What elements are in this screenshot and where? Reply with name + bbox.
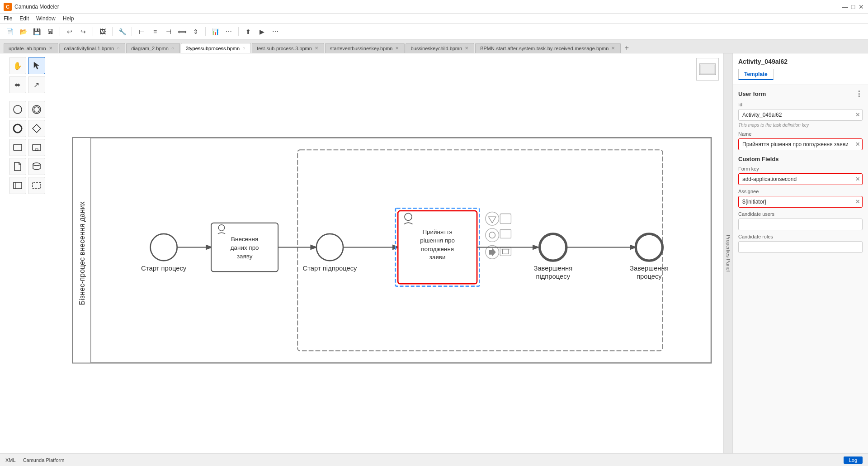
section-header-user-form: User form ⋮ [738,90,863,98]
maximize-button[interactable]: □ [850,4,856,10]
more2-button[interactable]: ⋯ [269,26,281,38]
field-label-name: Name [738,131,863,137]
start-event-tool[interactable] [9,101,26,118]
tab-close-bpmn-start[interactable]: ✕ [610,45,616,51]
redo-button[interactable]: ↪ [77,26,89,38]
group-tool[interactable] [28,177,45,194]
intermediate-event-tool[interactable] [28,101,45,118]
tab-test-sub[interactable]: test-sub-process-3.bpmn ✕ [252,43,324,53]
save-button[interactable]: 💾 [31,26,42,38]
tab-close-update-lab[interactable]: ✕ [48,45,53,51]
cursor-tool[interactable] [28,57,45,74]
align-center-button[interactable]: ≡ [149,26,161,38]
tab-label: update-lab.bpmn [9,46,46,51]
svg-marker-0 [34,62,39,69]
tab-bussines[interactable]: bussineskeychild.bpmn ✕ [406,43,474,53]
app-logo: C [4,3,12,11]
svg-rect-7 [33,144,41,151]
properties-panel: Activity_049al62 Template User form ⋮ Id… [732,53,868,453]
tab-startevent[interactable]: starteventbussineskey.bpmn ✕ [325,43,405,53]
subprocess-tool[interactable] [28,139,45,156]
svg-text:даних про: даних про [231,244,259,251]
app-title: Camunda Modeler [14,4,59,10]
end-event-tool[interactable] [9,120,26,137]
menu-file[interactable]: File [4,15,12,22]
tab-label: diagram_2.bpmn [131,46,169,51]
field-input-wrap-id: ✕ [738,109,863,121]
minimize-button[interactable]: — [842,4,848,10]
field-input-name[interactable] [738,138,863,150]
field-input-id[interactable] [738,109,863,121]
deploy-button[interactable]: ⬆ [242,26,254,38]
distribute-h-button[interactable]: ⟺ [176,26,188,38]
section-title-user-form: User form [738,90,766,97]
field-clear-name[interactable]: ✕ [855,141,860,147]
data-store-tool[interactable] [28,158,45,175]
more-button[interactable]: ⋯ [223,26,235,38]
undo-button[interactable]: ↩ [64,26,75,38]
tab-close-callactivity[interactable]: ○ [116,45,120,51]
toolbar: 📄 📂 💾 🖫 ↩ ↪ 🖼 🔧 ⊢ ≡ ⊣ ⟺ ⇕ 📊 ⋯ ⬆ ▶ ⋯ [0,24,868,40]
tab-bpmn-start[interactable]: BPMN-start-after-system-task-by-received… [475,43,621,53]
panel-handle-label: Properties Panel [726,235,731,271]
data-object-tool[interactable] [9,158,26,175]
pool-tool[interactable] [9,177,26,194]
field-input-assignee[interactable] [738,196,863,208]
align-left-button[interactable]: ⊢ [136,26,147,38]
align-right-button[interactable]: ⊣ [163,26,175,38]
task-tool[interactable] [9,139,26,156]
close-button[interactable]: ✕ [858,4,864,10]
gateway-tool[interactable] [28,120,45,137]
add-tab-button[interactable]: + [622,43,632,53]
play-button[interactable]: ▶ [256,26,268,38]
tab-close-bussines[interactable]: ✕ [464,45,469,51]
space-tool[interactable]: ⬌ [9,76,26,93]
field-clear-assignee[interactable]: ✕ [855,199,860,205]
field-clear-form-key[interactable]: ✕ [855,176,860,182]
field-label-id: Id [738,102,863,107]
tools-panel: ✋ ⬌ ↗ [0,53,54,453]
statusbar-xml[interactable]: XML [5,457,16,463]
field-input-form-key[interactable] [738,173,863,185]
image-export-button[interactable]: 🖼 [97,26,108,38]
field-input-candidate-users[interactable] [738,219,863,230]
svg-rect-6 [14,144,22,151]
lasso-tool[interactable]: ↗ [28,76,45,93]
tool-sep-1 [5,97,50,97]
wrench-button[interactable]: 🔧 [116,26,128,38]
tab-update-lab[interactable]: update-lab.bpmn ✕ [4,43,58,53]
tab-template[interactable]: Template [738,69,774,80]
log-button[interactable]: Log [844,456,863,464]
distribute-v-button[interactable]: ⇕ [190,26,202,38]
field-input-wrap-name: ✕ [738,138,863,150]
svg-rect-43 [500,214,511,224]
menu-help[interactable]: Help [63,15,74,22]
minimap[interactable] [696,58,719,81]
properties-panel-handle[interactable]: Properties Panel [723,53,732,453]
user-form-section: User form ⋮ Id ✕ This maps to the task d… [738,90,863,150]
tab-callactivity[interactable]: callactivityfinal-1.bpmn ○ [59,43,126,53]
hand-tool[interactable]: ✋ [9,57,26,74]
tab-close-startevent[interactable]: ✕ [394,45,400,51]
tab-close-diagram2[interactable]: ○ [170,45,175,51]
tab-3types[interactable]: 3typessubprocess.bpmn ○ [181,43,251,53]
menu-edit[interactable]: Edit [19,15,29,22]
tool-row-5 [2,139,52,156]
tab-close-3types[interactable]: ○ [241,45,246,51]
chart-button[interactable]: 📊 [209,26,221,38]
tab-close-test-sub[interactable]: ✕ [314,45,319,51]
open-button[interactable]: 📂 [17,26,29,38]
save-as-button[interactable]: 🖫 [44,26,56,38]
tool-row-1: ✋ [2,57,52,74]
svg-text:Бізнес-процес внесення даних: Бізнес-процес внесення даних [78,202,86,305]
field-clear-id[interactable]: ✕ [855,112,860,118]
statusbar: XML Camunda Platform Log [0,453,868,466]
field-input-candidate-roles[interactable] [738,241,863,253]
tab-diagram2[interactable]: diagram_2.bpmn ○ [126,43,180,53]
svg-point-22 [151,234,177,261]
new-button[interactable]: 📄 [4,26,15,38]
svg-text:Внесення: Внесення [231,236,258,243]
menu-window[interactable]: Window [36,15,56,22]
section-menu-user-form[interactable]: ⋮ [855,90,863,98]
canvas[interactable]: Бізнес-процес внесення даних Старт проце… [54,53,723,453]
